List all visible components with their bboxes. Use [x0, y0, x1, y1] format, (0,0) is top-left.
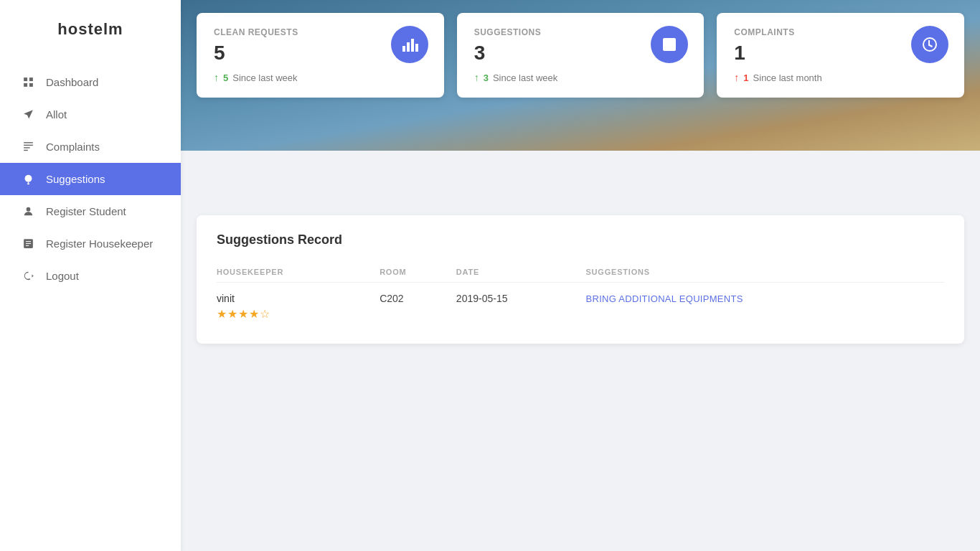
- register-housekeeper-icon: [20, 237, 36, 250]
- sidebar-item-register-housekeeper[interactable]: Register Housekeeper: [0, 227, 181, 260]
- logout-icon: [20, 270, 36, 282]
- suggestions-icon: [20, 173, 36, 185]
- sidebar-item-label-allot: Allot: [46, 108, 67, 121]
- stat-label: SUGGESTIONS: [474, 27, 542, 37]
- hero-banner: CLEAN REQUESTS 5 ↑ 5 Since last week SUG…: [181, 0, 980, 151]
- stats-row: CLEAN REQUESTS 5 ↑ 5 Since last week SUG…: [197, 13, 964, 98]
- suggestion-text: BRING ADDITIONAL EQUIPMENTS: [585, 293, 743, 304]
- svg-rect-9: [27, 183, 29, 184]
- document-icon: [651, 26, 688, 63]
- stat-header: CLEAN REQUESTS 5: [214, 27, 427, 65]
- svg-rect-7: [24, 150, 28, 151]
- table-header-row: HOUSEKEEPERROOMDATESUGGESTIONS: [217, 262, 944, 283]
- stat-label: COMPLAINTS: [734, 27, 794, 37]
- trend-arrow: ↑: [474, 72, 479, 83]
- svg-rect-18: [411, 39, 414, 52]
- stat-card-clean-requests: CLEAN REQUESTS 5 ↑ 5 Since last week: [197, 13, 444, 98]
- stat-header: COMPLAINTS 1: [734, 27, 947, 65]
- table-title: Suggestions Record: [217, 232, 944, 248]
- svg-rect-17: [407, 42, 410, 52]
- sidebar: hostelm DashboardAllotComplaintsSuggesti…: [0, 0, 181, 551]
- suggestion-cell: BRING ADDITIONAL EQUIPMENTS: [585, 283, 944, 327]
- svg-rect-3: [29, 83, 32, 87]
- content-area: Suggestions Record HOUSEKEEPERROOMDATESU…: [181, 151, 980, 551]
- stat-since: Since last week: [493, 72, 557, 83]
- date-cell: 2019-05-15: [456, 283, 586, 327]
- svg-rect-5: [24, 145, 33, 146]
- stat-footer: ↑ 3 Since last week: [474, 72, 687, 83]
- dashboard-icon: [20, 76, 36, 88]
- pie-chart-icon: [911, 26, 948, 63]
- svg-rect-16: [402, 46, 405, 52]
- stat-delta: 1: [743, 72, 748, 83]
- stat-footer: ↑ 1 Since last month: [734, 72, 947, 83]
- stat-since: Since last week: [232, 72, 297, 83]
- col-header-suggestions: SUGGESTIONS: [585, 262, 944, 283]
- sidebar-item-allot[interactable]: Allot: [0, 98, 181, 131]
- sidebar-item-label-suggestions: Suggestions: [46, 173, 105, 185]
- col-header-housekeeper: HOUSEKEEPER: [217, 262, 380, 283]
- sidebar-item-suggestions[interactable]: Suggestions: [0, 163, 181, 195]
- stat-value: 5: [214, 42, 298, 65]
- room-cell: C202: [380, 283, 456, 327]
- stat-value: 3: [474, 42, 542, 65]
- stat-delta: 3: [484, 72, 489, 83]
- svg-rect-4: [24, 142, 33, 143]
- sidebar-item-label-logout: Logout: [46, 270, 79, 282]
- svg-rect-2: [24, 83, 27, 87]
- svg-rect-1: [29, 77, 32, 81]
- stat-delta: 5: [223, 72, 228, 83]
- housekeeper-cell: vinit ★★★★☆: [217, 283, 380, 327]
- sidebar-item-register-student[interactable]: Register Student: [0, 195, 181, 227]
- stat-card-suggestions: SUGGESTIONS 3 ↑ 3 Since last week: [457, 13, 705, 98]
- sidebar-item-label-register-housekeeper: Register Housekeeper: [46, 237, 153, 250]
- table-head: HOUSEKEEPERROOMDATESUGGESTIONS: [217, 262, 944, 283]
- stat-footer: ↑ 5 Since last week: [214, 72, 427, 83]
- table-row: vinit ★★★★☆ C2022019-05-15BRING ADDITION…: [217, 283, 944, 327]
- sidebar-item-logout[interactable]: Logout: [0, 260, 181, 292]
- table-body: vinit ★★★★☆ C2022019-05-15BRING ADDITION…: [217, 283, 944, 327]
- svg-point-8: [24, 175, 32, 182]
- rating-stars: ★★★★☆: [217, 308, 270, 320]
- trend-arrow: ↑: [734, 72, 739, 83]
- main-content: CLEAN REQUESTS 5 ↑ 5 Since last week SUG…: [181, 0, 980, 551]
- svg-rect-19: [415, 44, 418, 52]
- stat-since: Since last month: [753, 72, 822, 83]
- nav-list: DashboardAllotComplaintsSuggestionsRegis…: [0, 66, 181, 292]
- svg-rect-6: [24, 147, 30, 148]
- suggestions-table: HOUSEKEEPERROOMDATESUGGESTIONS vinit ★★★…: [217, 262, 944, 326]
- allot-icon: [20, 108, 36, 121]
- sidebar-item-label-complaints: Complaints: [46, 141, 100, 153]
- sidebar-item-dashboard[interactable]: Dashboard: [0, 66, 181, 98]
- brand-logo: hostelm: [0, 0, 181, 59]
- sidebar-item-label-dashboard: Dashboard: [46, 76, 98, 88]
- suggestions-record-card: Suggestions Record HOUSEKEEPERROOMDATESU…: [197, 215, 964, 344]
- stat-header: SUGGESTIONS 3: [474, 27, 687, 65]
- stat-card-complaints: COMPLAINTS 1 ↑ 1 Since last month: [717, 13, 964, 98]
- trend-arrow: ↑: [214, 72, 219, 83]
- svg-point-11: [26, 207, 30, 212]
- complaints-icon: [20, 141, 36, 153]
- sidebar-item-label-register-student: Register Student: [46, 205, 126, 217]
- register-student-icon: [20, 205, 36, 217]
- col-header-room: ROOM: [380, 262, 456, 283]
- stat-value: 1: [734, 42, 794, 65]
- col-header-date: DATE: [456, 262, 586, 283]
- bar-chart-icon: [391, 26, 428, 63]
- svg-rect-0: [24, 77, 27, 81]
- stat-label: CLEAN REQUESTS: [214, 27, 298, 37]
- housekeeper-name: vinit: [217, 293, 371, 304]
- sidebar-item-complaints[interactable]: Complaints: [0, 131, 181, 163]
